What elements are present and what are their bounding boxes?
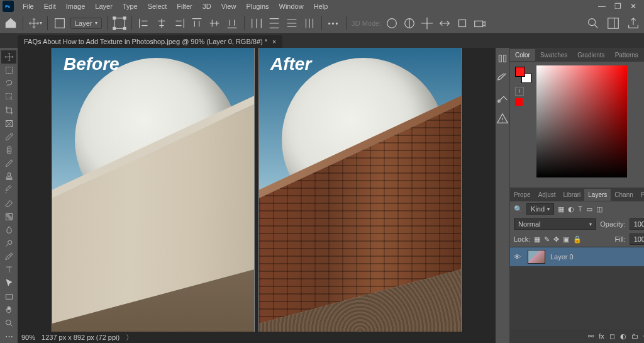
align-center-h-icon[interactable]: [155, 16, 169, 30]
menu-filter[interactable]: Filter: [172, 1, 197, 12]
fill-input[interactable]: 100%▾: [630, 233, 644, 245]
link-layers-icon[interactable]: ⚯: [588, 332, 594, 340]
zoom-tool[interactable]: [1, 317, 16, 330]
group-icon[interactable]: 🗀: [631, 332, 638, 340]
type-tool[interactable]: [1, 263, 16, 276]
menu-help[interactable]: Help: [309, 1, 333, 12]
align-center-v-icon[interactable]: [208, 16, 221, 30]
warning-panel-icon[interactable]: [496, 112, 509, 126]
filter-shape-icon[interactable]: ▭: [586, 205, 592, 213]
window-minimize-icon[interactable]: —: [598, 2, 606, 11]
menu-plugins[interactable]: Plugins: [241, 1, 274, 12]
lock-position-icon[interactable]: ✥: [553, 235, 559, 244]
auto-select-icon[interactable]: [53, 16, 67, 30]
tab-channels[interactable]: Chann: [611, 189, 636, 201]
eyedropper-tool[interactable]: [1, 130, 16, 143]
transform-controls-icon[interactable]: [113, 16, 126, 30]
more-options-icon[interactable]: •••: [327, 16, 341, 30]
distribute-3-icon[interactable]: [285, 16, 299, 30]
align-right-icon[interactable]: [172, 16, 186, 30]
distribute-h-icon[interactable]: [250, 16, 264, 30]
layer-fx-icon[interactable]: fx: [599, 332, 604, 340]
collapse-panel-icon[interactable]: [496, 52, 509, 65]
menu-window[interactable]: Window: [274, 1, 309, 12]
menu-type[interactable]: Type: [118, 1, 143, 12]
layer-item[interactable]: 👁 Layer 0: [510, 247, 644, 266]
menu-3d[interactable]: 3D: [197, 1, 216, 12]
gradient-tool[interactable]: [1, 210, 16, 223]
align-left-icon[interactable]: [137, 16, 151, 30]
color-field[interactable]: [536, 65, 627, 177]
history-panel-icon[interactable]: [496, 92, 509, 106]
tab-swatches[interactable]: Swatches: [535, 49, 572, 61]
search-icon-small[interactable]: 🔍: [514, 205, 523, 213]
window-close-icon[interactable]: ✕: [630, 2, 636, 11]
tab-layers[interactable]: Layers: [584, 189, 611, 201]
lock-image-icon[interactable]: ✎: [544, 235, 550, 244]
tab-gradients[interactable]: Gradients: [572, 49, 609, 61]
path-select-tool[interactable]: [1, 276, 16, 290]
blend-mode-dropdown[interactable]: Normal▾: [514, 218, 596, 230]
brush-tool[interactable]: [1, 157, 16, 170]
lock-transparency-icon[interactable]: ▦: [534, 235, 540, 244]
home-button[interactable]: [4, 16, 18, 30]
tab-properties[interactable]: Prope: [510, 189, 535, 201]
dodge-tool[interactable]: [1, 237, 16, 250]
menu-edit[interactable]: Edit: [39, 1, 61, 12]
hand-tool[interactable]: [1, 303, 16, 317]
crop-tool[interactable]: [1, 104, 16, 117]
pen-tool[interactable]: [1, 250, 16, 263]
close-tab-icon[interactable]: ×: [272, 38, 276, 45]
marquee-tool[interactable]: [1, 64, 16, 77]
zoom-level[interactable]: 90%: [21, 334, 35, 341]
tab-libraries[interactable]: Librari: [559, 189, 584, 201]
rectangle-tool[interactable]: [1, 290, 16, 303]
layer-thumbnail[interactable]: [528, 250, 545, 264]
auto-select-dropdown[interactable]: Layer▾: [70, 18, 102, 29]
healing-tool[interactable]: [1, 143, 16, 157]
workspace-icon[interactable]: [606, 16, 620, 30]
adjustment-layer-icon[interactable]: ◐: [620, 332, 626, 340]
menu-file[interactable]: File: [18, 1, 39, 12]
brush-panel-icon[interactable]: [496, 72, 509, 86]
filter-type-icon[interactable]: T: [578, 205, 582, 213]
status-chevron-icon[interactable]: 〉: [126, 333, 133, 342]
distribute-4-icon[interactable]: [303, 16, 316, 30]
filter-pixel-icon[interactable]: ▦: [558, 205, 564, 213]
menu-select[interactable]: Select: [143, 1, 172, 12]
eraser-tool[interactable]: [1, 197, 16, 210]
layer-mask-icon[interactable]: ◻: [609, 332, 615, 340]
align-bottom-icon[interactable]: [225, 16, 239, 30]
menu-view[interactable]: View: [216, 1, 242, 12]
blur-tool[interactable]: [1, 223, 16, 237]
layer-filter-kind[interactable]: Kind▾: [526, 203, 554, 215]
tab-adjustments[interactable]: Adjust: [535, 189, 560, 201]
opacity-input[interactable]: 100%▾: [630, 218, 644, 230]
distribute-v-icon[interactable]: [267, 16, 281, 30]
document-tab[interactable]: FAQs About How to Add Texture in Photosh…: [18, 35, 282, 48]
color-swatch-pair[interactable]: [515, 67, 531, 83]
move-tool[interactable]: [1, 50, 16, 64]
lasso-tool[interactable]: [1, 77, 16, 90]
lock-artboard-icon[interactable]: ▣: [563, 235, 569, 244]
filter-adjust-icon[interactable]: ◐: [568, 205, 574, 213]
search-icon[interactable]: [586, 16, 600, 30]
tab-color[interactable]: Color: [510, 49, 535, 61]
visibility-icon[interactable]: 👁: [514, 253, 523, 261]
edit-toolbar-icon[interactable]: ⋯: [1, 330, 16, 343]
tab-paths[interactable]: Paths: [637, 189, 644, 201]
layer-name[interactable]: Layer 0: [550, 253, 574, 261]
history-brush-tool[interactable]: [1, 183, 16, 196]
foreground-color[interactable]: [515, 67, 525, 77]
frame-tool[interactable]: [1, 117, 16, 130]
filter-smart-icon[interactable]: ◫: [596, 205, 602, 213]
gamut-warning-icon[interactable]: !: [515, 87, 524, 96]
tab-patterns[interactable]: Patterns: [610, 49, 643, 61]
gamut-color-icon[interactable]: [515, 98, 523, 106]
move-tool-icon[interactable]: ▾: [28, 16, 42, 30]
object-select-tool[interactable]: [1, 90, 16, 103]
window-restore-icon[interactable]: ❐: [614, 2, 621, 11]
stamp-tool[interactable]: [1, 170, 16, 183]
share-icon[interactable]: [626, 16, 640, 30]
menu-image[interactable]: Image: [61, 1, 91, 12]
